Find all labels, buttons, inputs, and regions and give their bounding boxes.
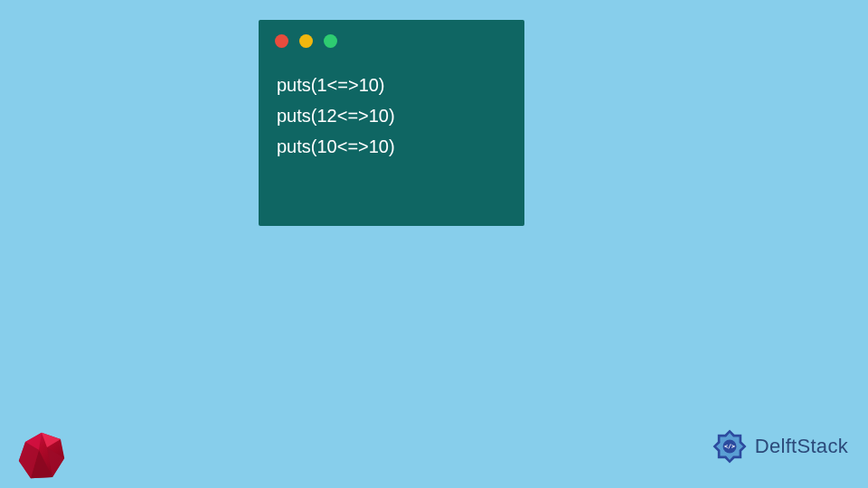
close-dot-icon — [275, 34, 288, 48]
code-line: puts(10<=>10) — [277, 131, 506, 162]
delftstack-logo: </> DelftStack — [710, 427, 848, 466]
code-line: puts(1<=>10) — [277, 70, 506, 100]
code-window: puts(1<=>10) puts(12<=>10) puts(10<=>10) — [259, 20, 524, 226]
code-line: puts(12<=>10) — [277, 100, 506, 131]
minimize-dot-icon — [299, 34, 313, 48]
ruby-logo-icon — [14, 428, 69, 483]
delftstack-badge-icon: </> — [710, 427, 750, 466]
window-controls — [259, 20, 524, 48]
svg-text:</>: </> — [724, 443, 735, 450]
maximize-dot-icon — [324, 34, 337, 48]
delftstack-name: DelftStack — [755, 435, 848, 458]
code-block: puts(1<=>10) puts(12<=>10) puts(10<=>10) — [259, 48, 524, 162]
